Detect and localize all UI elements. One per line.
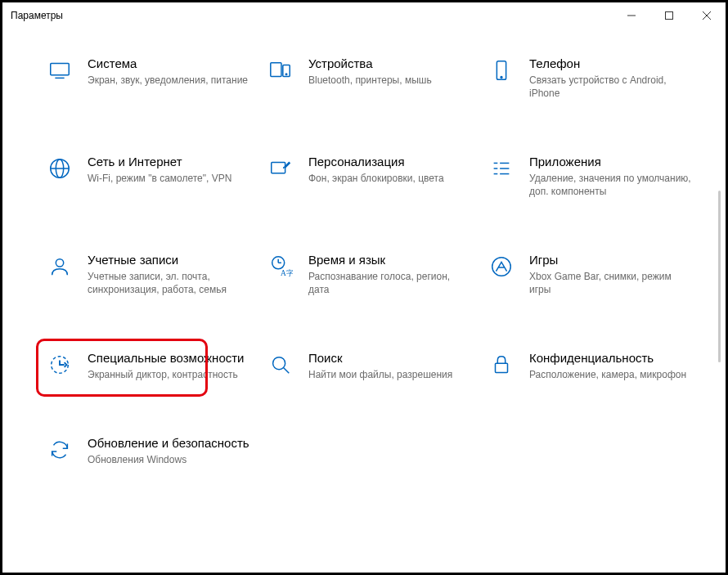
tile-title: Сеть и Интернет bbox=[88, 155, 251, 170]
network-icon bbox=[45, 155, 74, 181]
privacy-icon bbox=[487, 351, 516, 377]
svg-text:А字: А字 bbox=[281, 270, 293, 278]
svg-rect-31 bbox=[496, 364, 508, 373]
tile-desc: Экранный диктор, контрастность bbox=[88, 368, 251, 381]
svg-point-27 bbox=[492, 258, 511, 276]
tile-network[interactable]: Сеть и ИнтернетWi-Fi, режим "в самолете"… bbox=[43, 150, 256, 203]
tile-title: Поиск bbox=[308, 351, 472, 366]
gaming-icon bbox=[487, 253, 516, 279]
tile-gaming[interactable]: ИгрыXbox Game Bar, снимки, режим игры bbox=[485, 248, 698, 301]
tile-personalization[interactable]: ПерсонализацияФон, экран блокировки, цве… bbox=[264, 150, 477, 203]
tile-desc: Экран, звук, уведомления, питание bbox=[88, 74, 251, 87]
tile-title: Персонализация bbox=[308, 155, 472, 170]
search-icon bbox=[266, 351, 295, 377]
tile-ease[interactable]: Специальные возможностиЭкранный диктор, … bbox=[43, 346, 256, 386]
time-icon: А字 bbox=[266, 253, 295, 279]
tile-phone[interactable]: ТелефонСвязать устройство с Android, iPh… bbox=[485, 52, 698, 105]
tile-title: Приложения bbox=[529, 155, 693, 170]
phone-icon bbox=[487, 56, 516, 83]
settings-grid: СистемаЭкран, звук, уведомления, питание… bbox=[43, 52, 701, 471]
tile-desc: Фон, экран блокировки, цвета bbox=[308, 172, 472, 185]
tile-title: Специальные возможности bbox=[88, 351, 251, 366]
tile-desc: Wi-Fi, режим "в самолете", VPN bbox=[88, 172, 251, 185]
update-icon bbox=[45, 436, 74, 462]
tile-title: Конфиденциальность bbox=[529, 351, 693, 366]
tile-desc: Расположение, камера, микрофон bbox=[529, 368, 693, 381]
accounts-icon bbox=[45, 253, 74, 279]
ease-icon bbox=[45, 351, 74, 377]
tile-privacy[interactable]: КонфиденциальностьРасположение, камера, … bbox=[485, 346, 698, 386]
tile-system[interactable]: СистемаЭкран, звук, уведомления, питание bbox=[43, 52, 256, 105]
scrollbar[interactable] bbox=[718, 191, 721, 362]
tile-devices[interactable]: УстройстваBluetooth, принтеры, мышь bbox=[264, 52, 477, 105]
tile-title: Время и язык bbox=[308, 253, 472, 268]
tile-update[interactable]: Обновление и безопасностьОбновления Wind… bbox=[43, 431, 256, 471]
apps-icon bbox=[487, 155, 516, 181]
svg-point-22 bbox=[56, 259, 63, 267]
personalization-icon bbox=[266, 155, 295, 181]
tile-desc: Распознавание голоса, регион, дата bbox=[308, 270, 472, 296]
tile-desc: Xbox Game Bar, снимки, режим игры bbox=[529, 270, 693, 296]
settings-window: Параметры СистемаЭкран, звук, уведомлени… bbox=[0, 0, 728, 575]
svg-line-30 bbox=[284, 368, 290, 374]
titlebar: Параметры bbox=[2, 2, 726, 29]
svg-rect-4 bbox=[51, 64, 70, 75]
system-icon bbox=[45, 56, 74, 83]
tile-title: Игры bbox=[529, 253, 693, 268]
svg-rect-6 bbox=[271, 63, 281, 77]
tile-title: Устройства bbox=[308, 56, 472, 72]
svg-point-8 bbox=[285, 74, 287, 75]
window-controls bbox=[613, 2, 726, 29]
svg-point-29 bbox=[273, 357, 285, 370]
tile-desc: Учетные записи, эл. почта, синхронизация… bbox=[88, 270, 251, 296]
tile-title: Телефон bbox=[529, 56, 693, 72]
close-button[interactable] bbox=[688, 2, 726, 29]
minimize-button[interactable] bbox=[613, 2, 650, 29]
svg-rect-1 bbox=[666, 12, 673, 20]
tile-title: Учетные записи bbox=[88, 253, 251, 268]
tile-desc: Связать устройство с Android, iPhone bbox=[529, 74, 693, 100]
tile-accounts[interactable]: Учетные записиУчетные записи, эл. почта,… bbox=[43, 248, 256, 301]
tile-desc: Удаление, значения по умолчанию, доп. ко… bbox=[529, 172, 693, 198]
tile-title: Система bbox=[88, 56, 251, 72]
tile-apps[interactable]: ПриложенияУдаление, значения по умолчани… bbox=[485, 150, 698, 203]
tile-title: Обновление и безопасность bbox=[88, 436, 251, 451]
tile-desc: Найти мои файлы, разрешения bbox=[308, 368, 472, 381]
svg-point-10 bbox=[501, 77, 502, 79]
devices-icon bbox=[266, 56, 295, 83]
tile-desc: Bluetooth, принтеры, мышь bbox=[308, 74, 472, 87]
maximize-button[interactable] bbox=[650, 2, 688, 29]
content-area: СистемаЭкран, звук, уведомления, питание… bbox=[43, 52, 701, 556]
window-title: Параметры bbox=[11, 10, 63, 21]
tile-search[interactable]: ПоискНайти мои файлы, разрешения bbox=[264, 346, 477, 386]
tile-time[interactable]: А字Время и языкРаспознавание голоса, реги… bbox=[264, 248, 477, 301]
tile-desc: Обновления Windows bbox=[88, 453, 251, 466]
